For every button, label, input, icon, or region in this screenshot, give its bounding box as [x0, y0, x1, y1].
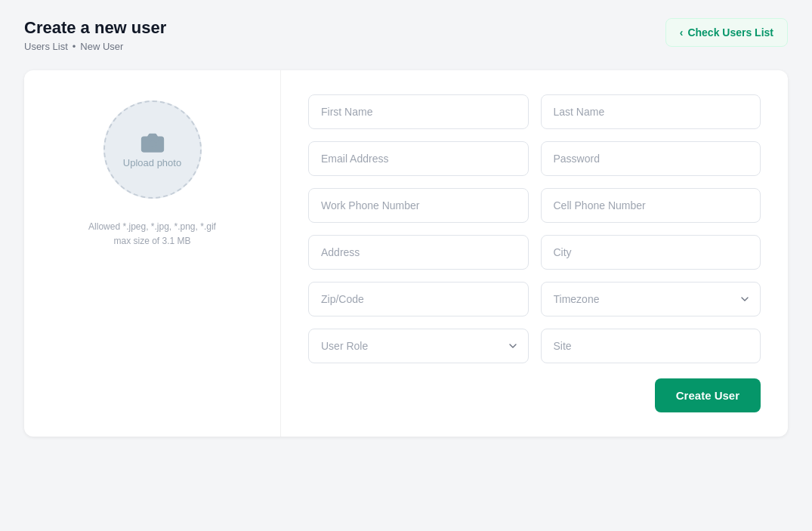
city-input[interactable]	[541, 235, 761, 270]
first-name-input[interactable]	[308, 94, 529, 129]
timezone-select[interactable]: Timezone UTC EST CST PST	[541, 282, 761, 316]
zip-input[interactable]	[308, 282, 529, 316]
breadcrumb-current: New User	[80, 41, 123, 52]
allowed-formats-text: Allowed *.jpeg, *.jpg, *.png, *.gif max …	[88, 220, 216, 249]
create-user-button[interactable]: Create User	[655, 378, 761, 412]
password-input[interactable]	[541, 141, 761, 176]
breadcrumb: Users List • New User	[24, 41, 166, 52]
breadcrumb-parent[interactable]: Users List	[24, 41, 68, 52]
cell-phone-input[interactable]	[541, 188, 761, 223]
header-left: Create a new user Users List • New User	[24, 18, 166, 52]
chevron-left-icon: ‹	[680, 26, 684, 39]
site-input[interactable]	[541, 329, 761, 363]
upload-label: Upload photo	[123, 157, 181, 168]
address-input[interactable]	[308, 235, 529, 270]
photo-panel: Upload photo Allowed *.jpeg, *.jpg, *.pn…	[24, 70, 281, 437]
user-role-select[interactable]: User Role Admin User Manager	[308, 329, 529, 363]
email-input[interactable]	[308, 141, 529, 176]
page-header: Create a new user Users List • New User …	[24, 18, 788, 52]
breadcrumb-separator: •	[73, 41, 76, 52]
upload-photo-area[interactable]: Upload photo	[103, 100, 202, 199]
check-users-button[interactable]: ‹ Check Users List	[665, 18, 788, 47]
check-users-label: Check Users List	[687, 26, 773, 39]
content-area: Upload photo Allowed *.jpeg, *.jpg, *.pn…	[24, 70, 788, 437]
svg-point-0	[148, 140, 156, 147]
max-size: max size of 3.1 MB	[113, 236, 190, 246]
last-name-input[interactable]	[541, 94, 761, 129]
svg-point-1	[158, 140, 159, 141]
page-title: Create a new user	[24, 18, 166, 38]
allowed-formats: Allowed *.jpeg, *.jpg, *.png, *.gif	[88, 221, 216, 232]
form-panel: Timezone UTC EST CST PST User Role Admin…	[281, 70, 788, 437]
camera-icon	[140, 131, 165, 153]
form-grid: Timezone UTC EST CST PST User Role Admin…	[308, 94, 761, 363]
work-phone-input[interactable]	[308, 188, 529, 223]
form-actions: Create User	[308, 378, 761, 412]
create-user-label: Create User	[676, 389, 739, 402]
